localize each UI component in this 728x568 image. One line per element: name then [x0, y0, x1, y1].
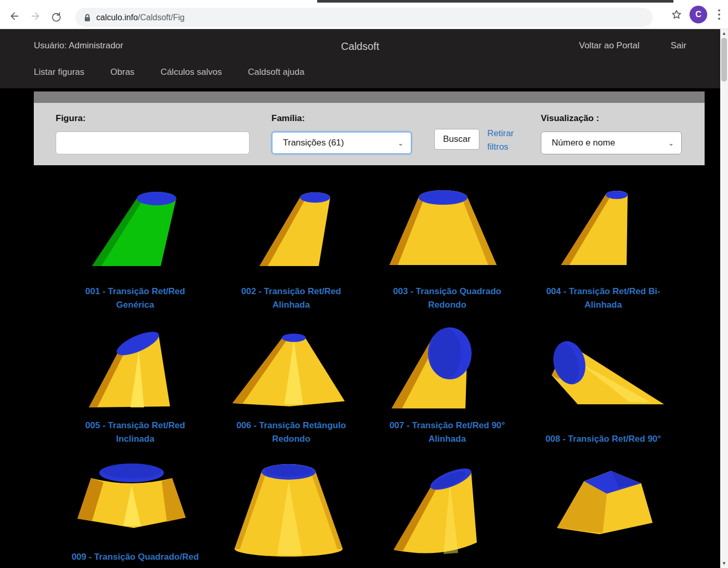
- url-path: /Caldsoft/Fig: [138, 13, 185, 22]
- site-title: Caldsoft: [257, 41, 463, 52]
- figure-card-010[interactable]: [213, 455, 369, 568]
- filter-panel: Figura: Família: Transições (61) ⌄ Busca…: [34, 103, 705, 165]
- profile-avatar[interactable]: C: [690, 6, 707, 23]
- visualizacao-selected-value: Número e nome: [552, 138, 615, 148]
- figure-thumbnail[interactable]: [528, 455, 679, 564]
- figure-thumbnail[interactable]: [60, 321, 211, 415]
- transition-3d-shape: [216, 321, 367, 415]
- figure-thumbnail[interactable]: [216, 321, 367, 415]
- figure-caption-link[interactable]: 007 - Transição Ret/Red 90° Alinhada: [382, 419, 512, 446]
- transition-3d-shape: [60, 321, 211, 415]
- nav-listar-figuras[interactable]: Listar figuras: [34, 67, 84, 77]
- figure-caption-link[interactable]: 003 - Transição Quadrado Redondo: [382, 285, 512, 312]
- figure-thumbnail[interactable]: [528, 177, 679, 281]
- scrollbar-thumb[interactable]: [721, 38, 727, 82]
- url-text: calculo.info/Caldsoft/Fig: [96, 13, 185, 22]
- figura-input[interactable]: [56, 131, 250, 154]
- portal-link[interactable]: Voltar ao Portal: [579, 41, 640, 51]
- forward-button[interactable]: [25, 6, 46, 27]
- figure-grid: 001 - Transição Ret/Red Genérica 002 - T…: [57, 177, 681, 568]
- figure-card-006[interactable]: 006 - Transição Retângulo Redondo: [213, 321, 369, 446]
- transition-3d-shape: [60, 455, 211, 546]
- figure-thumbnail[interactable]: [216, 177, 367, 281]
- lock-icon: [84, 14, 91, 22]
- nav-obras[interactable]: Obras: [110, 67, 134, 77]
- figura-label: Figura:: [56, 113, 86, 124]
- browser-chrome: calculo.info/Caldsoft/Fig C: [0, 0, 728, 29]
- familia-select[interactable]: Transições (61) ⌄: [271, 131, 412, 154]
- transition-3d-shape: [528, 455, 679, 564]
- figure-thumbnail[interactable]: [216, 455, 367, 564]
- bookmark-star-button[interactable]: [671, 9, 682, 20]
- figure-caption-link[interactable]: 006 - Transição Retângulo Redondo: [226, 419, 356, 446]
- transition-3d-shape: [60, 177, 211, 281]
- kebab-menu-icon: [718, 9, 721, 20]
- familia-selected-value: Transições (61): [283, 138, 344, 148]
- figure-thumbnail[interactable]: [372, 455, 523, 564]
- forward-arrow-icon: [30, 10, 41, 22]
- transition-3d-shape: [372, 321, 523, 415]
- page-content: Usuário: Administrador Caldsoft Voltar a…: [0, 29, 720, 568]
- buscar-button[interactable]: Buscar: [434, 129, 479, 150]
- nav-calculos-salvos[interactable]: Cálculos salvos: [161, 67, 222, 77]
- transition-3d-shape: [528, 177, 679, 281]
- panel-top-strip: [34, 91, 705, 103]
- figure-card-005[interactable]: 005 - Transição Ret/Red Inclinada: [57, 321, 213, 446]
- figure-card-011[interactable]: [369, 455, 525, 568]
- logged-user-label: Usuário: Administrador: [34, 41, 257, 51]
- transition-3d-shape: [216, 455, 367, 564]
- figure-caption-link[interactable]: 009 - Transição Quadrado/Red: [70, 550, 200, 564]
- page-scrollbar[interactable]: ▲ ▼: [720, 29, 728, 568]
- scroll-down-arrow-icon[interactable]: ▼: [720, 559, 728, 567]
- figure-card-001[interactable]: 001 - Transição Ret/Red Genérica: [57, 177, 213, 312]
- figure-card-007[interactable]: 007 - Transição Ret/Red 90° Alinhada: [369, 321, 525, 446]
- figure-thumbnail[interactable]: [60, 455, 211, 546]
- figure-card-012[interactable]: [525, 455, 681, 568]
- figure-caption-link[interactable]: 005 - Transição Ret/Red Inclinada: [70, 419, 200, 446]
- logout-link[interactable]: Sair: [671, 41, 686, 51]
- figure-thumbnail[interactable]: [372, 321, 523, 415]
- retirar-filtros-link[interactable]: Retirar filtros: [487, 127, 524, 154]
- familia-label: Família:: [271, 113, 305, 124]
- figure-card-008[interactable]: 008 - Transição Ret/Red 90°: [525, 321, 681, 446]
- figure-card-009[interactable]: 009 - Transição Quadrado/Red: [57, 455, 213, 568]
- figure-thumbnail[interactable]: [528, 321, 679, 415]
- figure-thumbnail[interactable]: [372, 177, 523, 281]
- url-host: calculo.info: [96, 13, 138, 22]
- nav-caldsoft-ajuda[interactable]: Caldsoft ajuda: [248, 67, 305, 77]
- transition-3d-shape: [372, 177, 523, 281]
- figure-caption-link[interactable]: 002 - Transição Ret/Red Alinhada: [226, 285, 356, 312]
- browser-menu-button[interactable]: [714, 9, 724, 20]
- transition-3d-shape: [372, 455, 523, 564]
- chevron-down-icon: ⌄: [398, 139, 404, 147]
- figure-card-003[interactable]: 003 - Transição Quadrado Redondo: [369, 177, 525, 312]
- figure-caption-link[interactable]: 008 - Transição Ret/Red 90°: [538, 419, 668, 446]
- scroll-up-arrow-icon[interactable]: ▲: [720, 29, 728, 37]
- reload-button[interactable]: [46, 6, 67, 27]
- figure-caption-link[interactable]: 001 - Transição Ret/Red Genérica: [70, 285, 200, 312]
- visualizacao-label: Visualização :: [541, 113, 599, 124]
- figure-card-002[interactable]: 002 - Transição Ret/Red Alinhada: [213, 177, 369, 312]
- figure-card-004[interactable]: 004 - Transição Ret/Red Bi-Alinhada: [525, 177, 681, 312]
- site-header: Usuário: Administrador Caldsoft Voltar a…: [0, 29, 720, 88]
- tab-strip-fragment: [317, 0, 673, 3]
- figure-caption-link[interactable]: 004 - Transição Ret/Red Bi-Alinhada: [538, 285, 668, 312]
- visualizacao-select[interactable]: Número e nome ⌄: [541, 131, 682, 154]
- browser-toolbar: calculo.info/Caldsoft/Fig: [0, 3, 728, 29]
- transition-3d-shape: [528, 321, 679, 415]
- chevron-down-icon: ⌄: [668, 139, 674, 147]
- main-nav: Listar figuras Obras Cálculos salvos Cal…: [0, 52, 720, 77]
- transition-3d-shape: [216, 177, 367, 281]
- back-arrow-icon: [9, 10, 20, 22]
- reload-icon: [50, 10, 62, 22]
- address-bar[interactable]: calculo.info/Caldsoft/Fig: [75, 8, 653, 27]
- star-icon: [671, 9, 682, 20]
- figure-thumbnail[interactable]: [60, 177, 211, 281]
- back-button[interactable]: [4, 6, 25, 27]
